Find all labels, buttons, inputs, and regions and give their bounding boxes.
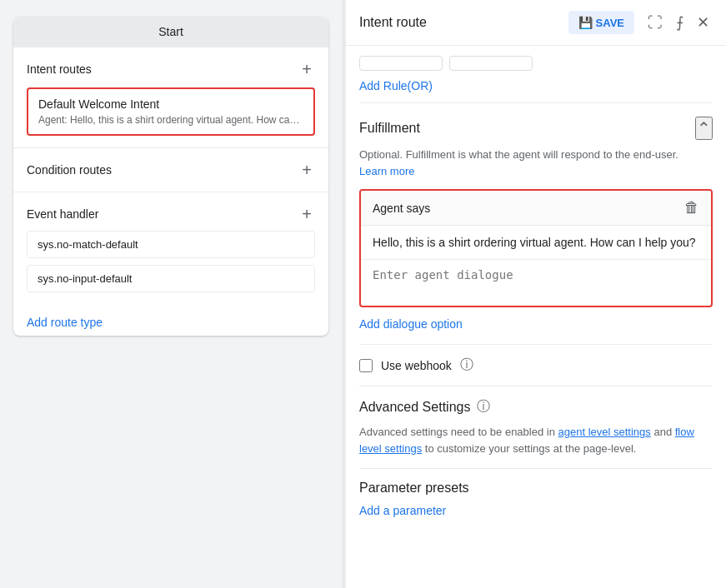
intent-route-desc: Agent: Hello, this is a shirt ordering v… [38,114,303,126]
condition-routes-section: Condition routes + [13,147,328,192]
condition-routes-header: Condition routes + [27,160,315,180]
start-label: Start [158,25,183,38]
panel-title: Intent route [359,15,558,30]
add-parameter-link[interactable]: Add a parameter [359,504,446,517]
fulfillment-title: Fulfillment [359,121,420,136]
intent-route-item[interactable]: Default Welcome Intent Agent: Hello, thi… [27,87,315,136]
fullscreen-icon[interactable]: ⛶ [644,11,666,35]
intent-routes-title: Intent routes [27,62,92,76]
close-icon[interactable]: ✕ [693,10,713,35]
fulfillment-section: Fulfillment ⌃ Optional. Fulfillment is w… [359,103,713,344]
advanced-settings-section: Advanced Settings ⓘ Advanced settings ne… [359,386,713,468]
left-panel: Start Intent routes + Default Welcome In… [0,0,342,588]
start-header: Start [13,17,328,47]
save-button[interactable]: 💾 SAVE [568,11,634,34]
intent-route-name: Default Welcome Intent [38,97,303,111]
fulfillment-header: Fulfillment ⌃ [359,117,713,140]
right-panel: Intent route 💾 SAVE ⛶ ⨍ ✕ Add Rule(OR) F… [345,0,726,588]
save-icon: 💾 [578,16,593,29]
agent-says-box: Agent says 🗑 Hello, this is a shirt orde… [359,189,713,307]
advanced-settings-title: Advanced Settings [359,400,470,415]
add-rule-section: Add Rule(OR) [359,46,713,103]
agent-message: Hello, this is a shirt ordering virtual … [361,226,711,260]
add-condition-route-button[interactable]: + [298,160,315,180]
rule-box-2 [449,56,533,71]
delete-agent-says-button[interactable]: 🗑 [684,199,699,217]
event-handler-title: Event handler [27,207,98,221]
learn-more-link[interactable]: Learn more [359,165,414,177]
event-item-2-label: sys.no-input-default [38,272,132,285]
fulfillment-collapse-button[interactable]: ⌃ [695,117,713,140]
intent-routes-header: Intent routes + [27,59,315,79]
add-rule-link[interactable]: Add Rule(OR) [359,79,433,92]
webhook-checkbox[interactable] [359,359,373,372]
webhook-help-icon[interactable]: ⓘ [460,356,473,374]
agent-says-title: Agent says [373,202,430,215]
event-handler-header: Event handler + [27,204,315,224]
agent-level-settings-link[interactable]: agent level settings [558,426,651,438]
add-dialogue-option-link[interactable]: Add dialogue option [359,317,463,331]
rule-boxes [359,56,713,71]
grid-icon[interactable]: ⨍ [673,10,687,35]
fulfillment-description: Optional. Fulfillment is what the agent … [359,148,713,161]
add-intent-route-button[interactable]: + [298,59,315,79]
event-handler-section: Event handler + sys.no-match-default sys… [13,192,328,304]
right-panel-content: Add Rule(OR) Fulfillment ⌃ Optional. Ful… [346,46,726,542]
advanced-settings-description: Advanced settings need to be enabled in … [359,424,713,456]
webhook-section: Use webhook ⓘ [359,344,713,386]
header-icons: ⛶ ⨍ ✕ [644,10,713,35]
event-item-1[interactable]: sys.no-match-default [27,231,315,258]
advanced-settings-header: Advanced Settings ⓘ [359,398,713,416]
condition-routes-title: Condition routes [27,163,112,177]
add-route-type-link[interactable]: Add route type [27,316,103,329]
intent-routes-section: Intent routes + Default Welcome Intent A… [13,47,328,147]
parameter-presets-title: Parameter presets [359,481,713,496]
event-item-1-label: sys.no-match-default [38,238,138,251]
event-item-2[interactable]: sys.no-input-default [27,265,315,292]
add-event-handler-button[interactable]: + [298,204,315,224]
start-card: Start Intent routes + Default Welcome In… [13,17,328,336]
webhook-label: Use webhook [381,359,452,372]
agent-says-header: Agent says 🗑 [361,191,711,226]
rule-box-1 [359,56,443,71]
right-panel-header: Intent route 💾 SAVE ⛶ ⨍ ✕ [346,0,726,46]
parameter-presets-section: Parameter presets Add a parameter [359,468,713,529]
save-label: SAVE [596,17,624,29]
agent-dialogue-input[interactable] [361,260,711,303]
advanced-settings-help-icon[interactable]: ⓘ [477,398,490,416]
